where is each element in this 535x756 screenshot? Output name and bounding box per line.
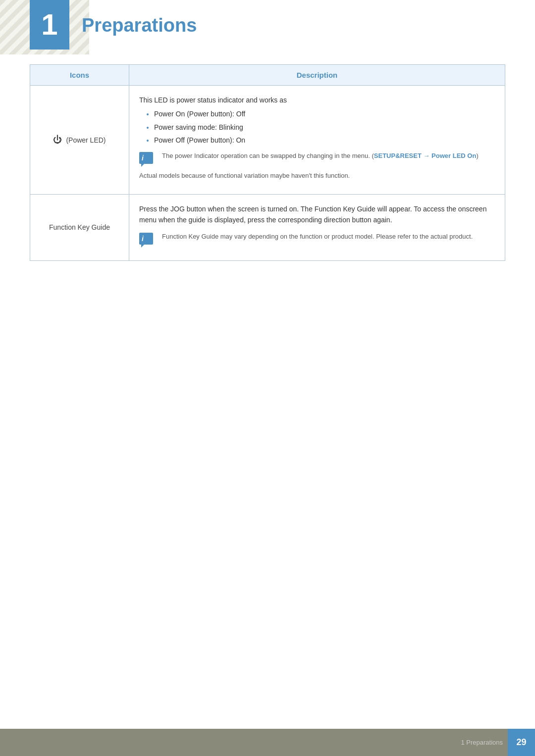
chapter-title: Preparations (82, 15, 197, 36)
icon-label-function-key: Function Key Guide (49, 223, 110, 231)
table-header-row: Icons Description (30, 65, 505, 86)
footer-section-label: 1 Preparations (461, 739, 503, 746)
column-header-icons: Icons (30, 65, 129, 86)
icon-cell-power-led: ⏻ (Power LED) (30, 86, 129, 195)
power-led-icon: ⏻ (53, 135, 62, 145)
description-cell-function-key: Press the JOG button when the screen is … (129, 195, 505, 261)
list-item: Power Off (Power button): On (154, 135, 495, 146)
note-text-1: The power Indicator operation can be swa… (162, 151, 495, 161)
column-header-description: Description (129, 65, 505, 86)
icon-cell-function-key: Function Key Guide (30, 195, 129, 261)
description-intro-function-key: Press the JOG button when the screen is … (139, 203, 495, 226)
note-icon-1: i (139, 152, 156, 167)
note-text-3: Function Key Guide may vary depending on… (162, 232, 495, 242)
note-icon-2: i (139, 233, 156, 248)
note-box-3: i Function Key Guide may vary depending … (139, 232, 495, 247)
icon-label-power-led: (Power LED) (66, 136, 106, 144)
description-intro-power-led: This LED is power status indicator and w… (139, 95, 495, 105)
svg-marker-4 (141, 164, 144, 167)
footer-page-number: 29 (508, 729, 535, 756)
list-item: Power On (Power button): Off (154, 108, 495, 119)
note-box-1: i The power Indicator operation can be s… (139, 151, 495, 166)
note-text-2: Actual models because of functional vari… (139, 171, 495, 181)
chapter-number-block: 1 (30, 0, 69, 50)
list-item: Power saving mode: Blinking (154, 122, 495, 133)
footer-area: 1 Preparations 29 (0, 729, 535, 756)
bullet-list-power-led: Power On (Power button): Off Power savin… (154, 108, 495, 146)
table-row: ⏻ (Power LED) This LED is power status i… (30, 86, 505, 195)
chapter-number: 1 (41, 10, 57, 40)
header-area: 1 Preparations (0, 0, 535, 54)
info-table: Icons Description ⏻ (Power LED) This LED… (30, 64, 505, 261)
description-cell-power-led: This LED is power status indicator and w… (129, 86, 505, 195)
svg-marker-7 (141, 245, 144, 248)
note-box-2: Actual models because of functional vari… (139, 171, 495, 181)
table-row: Function Key Guide Press the JOG button … (30, 195, 505, 261)
content-area: Icons Description ⏻ (Power LED) This LED… (30, 64, 505, 716)
